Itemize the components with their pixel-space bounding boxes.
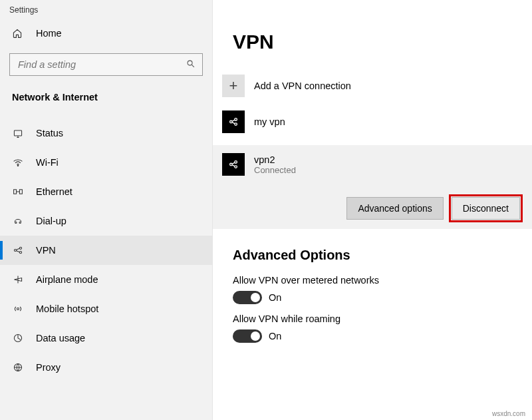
- sidebar-item-datausage[interactable]: Data usage: [0, 323, 212, 353]
- sidebar-item-label: Dial-up: [36, 216, 66, 226]
- advanced-options-heading: Advanced Options: [213, 229, 532, 272]
- toggle-state-label: On: [269, 292, 281, 303]
- add-vpn-label: Add a VPN connection: [254, 81, 351, 91]
- plus-icon: +: [222, 75, 245, 97]
- vpn-icon: [12, 245, 24, 256]
- sidebar-item-wifi[interactable]: Wi-Fi: [0, 148, 212, 177]
- sidebar-item-label: Airplane mode: [36, 274, 98, 285]
- svg-rect-3: [14, 190, 17, 194]
- svg-point-7: [14, 249, 16, 251]
- svg-point-6: [19, 222, 21, 223]
- add-vpn-connection[interactable]: + Add a VPN connection: [213, 68, 532, 104]
- vpn-tile-icon: [222, 110, 245, 133]
- sidebar-item-vpn[interactable]: VPN: [0, 236, 212, 265]
- vpn-tile-icon: [222, 153, 245, 176]
- home-label: Home: [36, 28, 62, 39]
- vpn-entry-vpn2[interactable]: vpn2 Connected Advanced options Disconne…: [213, 145, 532, 229]
- svg-point-8: [19, 247, 21, 249]
- advanced-options-button[interactable]: Advanced options: [346, 197, 443, 220]
- svg-point-13: [230, 120, 233, 123]
- search-input[interactable]: [10, 59, 180, 70]
- sidebar-item-label: Data usage: [36, 333, 85, 343]
- data-usage-icon: [12, 333, 24, 343]
- proxy-icon: [12, 362, 24, 373]
- sidebar-item-label: Proxy: [36, 362, 61, 373]
- vpn-entry-status: Connected: [254, 165, 296, 175]
- page-title: VPN: [213, 0, 532, 68]
- nav-home[interactable]: Home: [0, 19, 212, 48]
- svg-rect-1: [14, 130, 21, 136]
- airplane-icon: [12, 274, 24, 285]
- svg-point-0: [188, 61, 192, 65]
- sidebar-item-label: VPN: [36, 245, 56, 256]
- sidebar-section-title: Network & Internet: [0, 76, 212, 109]
- svg-point-17: [235, 161, 237, 164]
- svg-point-16: [230, 163, 233, 166]
- svg-point-5: [15, 222, 17, 223]
- main-pane: VPN + Add a VPN connection my vpn vpn2 C…: [213, 0, 532, 420]
- sidebar-item-status[interactable]: Status: [0, 118, 212, 148]
- vpn-metered-label: Allow VPN over metered networks: [233, 275, 532, 286]
- sidebar-item-label: Wi-Fi: [36, 157, 59, 168]
- svg-point-9: [19, 252, 21, 254]
- vpn-roaming-toggle[interactable]: [233, 329, 262, 343]
- toggle-state-label: On: [269, 331, 281, 341]
- vpn-entry-name: vpn2: [254, 154, 296, 165]
- svg-point-14: [235, 118, 237, 121]
- ethernet-icon: [12, 186, 24, 197]
- sidebar-item-airplane[interactable]: Airplane mode: [0, 265, 212, 294]
- search-icon: [186, 59, 196, 71]
- status-icon: [12, 128, 24, 138]
- sidebar-item-hotspot[interactable]: Mobile hotspot: [0, 294, 212, 323]
- disconnect-button[interactable]: Disconnect: [452, 197, 520, 220]
- sidebar-item-label: Ethernet: [36, 186, 72, 197]
- window-title: Settings: [0, 0, 212, 19]
- sidebar: Settings Home Network & Internet Status: [0, 0, 213, 420]
- svg-point-18: [235, 166, 237, 168]
- vpn-entry-myvpn[interactable]: my vpn: [213, 104, 532, 140]
- svg-rect-4: [19, 190, 22, 194]
- svg-point-15: [235, 123, 237, 126]
- vpn-metered-toggle[interactable]: [233, 291, 262, 304]
- dialup-icon: [12, 216, 24, 226]
- vpn-metered-setting: Allow VPN over metered networks On: [213, 272, 532, 311]
- watermark: wsxdn.com: [492, 410, 525, 417]
- vpn-roaming-setting: Allow VPN while roaming On: [213, 311, 532, 349]
- search-button[interactable]: [180, 54, 202, 75]
- svg-point-2: [17, 165, 19, 166]
- svg-point-10: [17, 308, 19, 310]
- sidebar-item-ethernet[interactable]: Ethernet: [0, 177, 212, 206]
- home-icon: [12, 28, 24, 39]
- vpn-roaming-label: Allow VPN while roaming: [233, 314, 532, 324]
- sidebar-item-label: Mobile hotspot: [36, 304, 98, 314]
- sidebar-item-label: Status: [36, 128, 63, 138]
- sidebar-item-dialup[interactable]: Dial-up: [0, 206, 212, 236]
- search-box[interactable]: [9, 53, 203, 76]
- nav-list: Status Wi-Fi Ethernet Dial-up VPN: [0, 118, 212, 382]
- vpn-entry-name: my vpn: [254, 116, 285, 127]
- wifi-icon: [12, 157, 24, 168]
- sidebar-item-proxy[interactable]: Proxy: [0, 353, 212, 382]
- hotspot-icon: [12, 304, 24, 314]
